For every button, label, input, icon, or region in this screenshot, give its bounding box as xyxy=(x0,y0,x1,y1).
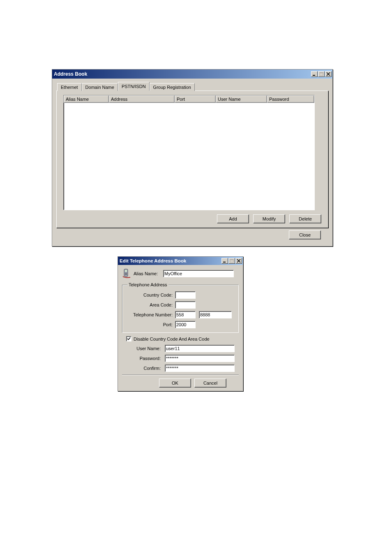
col-address[interactable]: Address xyxy=(109,95,175,103)
tab-strip: Ethernet Domain Name PSTN/ISDN Group Reg… xyxy=(57,83,328,91)
password-input[interactable] xyxy=(165,355,235,362)
telephone-number-label: Telephone Number: xyxy=(126,312,175,317)
country-code-input[interactable] xyxy=(175,291,196,299)
minimize-button[interactable] xyxy=(221,258,228,264)
cancel-button[interactable]: Cancel xyxy=(194,379,226,388)
tab-pstn-isdn[interactable]: PSTN/ISDN xyxy=(118,82,150,91)
modify-button[interactable]: Modify xyxy=(253,214,285,223)
address-book-window: Address Book Ethernet Domain Name PSTN/I… xyxy=(52,69,333,246)
username-label: User Name: xyxy=(122,346,165,351)
col-alias[interactable]: Alias Name xyxy=(64,95,109,103)
close-icon xyxy=(237,259,241,263)
window-title: Edit Telephone Address Book xyxy=(120,258,186,263)
ok-button[interactable]: OK xyxy=(159,379,191,388)
svg-rect-2 xyxy=(320,72,323,73)
country-code-label: Country Code: xyxy=(126,293,175,297)
phone-icon xyxy=(122,268,131,279)
separator xyxy=(122,374,239,375)
add-button[interactable]: Add xyxy=(217,214,249,223)
delete-button[interactable]: Delete xyxy=(289,214,321,223)
svg-rect-3 xyxy=(223,262,226,262)
close-icon xyxy=(326,72,330,76)
password-label: Password: xyxy=(122,356,165,361)
maximize-button xyxy=(228,258,235,264)
area-code-input[interactable] xyxy=(175,301,196,309)
confirm-label: Confirm: xyxy=(122,366,165,371)
disable-cc-label: Disable Country Code And Area Code xyxy=(134,337,210,341)
col-username[interactable]: User Name xyxy=(216,95,267,103)
telephone-prefix-input[interactable] xyxy=(175,311,196,318)
edit-telephone-window: Edit Telephone Address Book xyxy=(118,256,243,391)
minimize-button[interactable] xyxy=(311,71,318,77)
maximize-icon xyxy=(230,259,234,263)
svg-rect-5 xyxy=(230,259,233,260)
svg-rect-9 xyxy=(126,273,127,274)
area-code-label: Area Code: xyxy=(126,302,175,307)
titlebar[interactable]: Edit Telephone Address Book xyxy=(118,257,243,265)
svg-rect-8 xyxy=(125,273,126,274)
port-label: Port: xyxy=(126,322,175,327)
disable-cc-checkbox[interactable] xyxy=(126,336,131,341)
close-button[interactable] xyxy=(325,71,332,77)
maximize-icon xyxy=(319,72,323,76)
titlebar[interactable]: Address Book xyxy=(52,70,332,79)
alias-label: Alias Name: xyxy=(134,271,163,276)
col-password[interactable]: Password xyxy=(267,95,314,103)
check-icon xyxy=(127,337,131,341)
list-header: Alias Name Address Port User Name Passwo… xyxy=(64,95,314,103)
close-button[interactable] xyxy=(235,258,242,264)
telephone-address-group: Telephone Address Country Code: Area Cod… xyxy=(122,282,239,333)
col-port[interactable]: Port xyxy=(175,95,216,103)
telephone-number-input[interactable] xyxy=(199,311,232,318)
address-list[interactable]: Alias Name Address Port User Name Passwo… xyxy=(63,95,315,210)
tab-group-registration[interactable]: Group Registration xyxy=(150,83,195,91)
window-title: Address Book xyxy=(54,71,87,77)
port-input[interactable] xyxy=(175,321,196,328)
group-legend: Telephone Address xyxy=(127,282,168,287)
svg-rect-10 xyxy=(125,274,126,275)
maximize-button xyxy=(318,71,325,77)
minimize-icon xyxy=(223,259,227,263)
alias-input[interactable] xyxy=(163,270,234,277)
tab-domain-name[interactable]: Domain Name xyxy=(82,83,118,91)
svg-rect-7 xyxy=(125,270,127,272)
tab-panel: Alias Name Address Port User Name Passwo… xyxy=(56,91,328,228)
tab-ethernet[interactable]: Ethernet xyxy=(57,83,82,91)
svg-rect-11 xyxy=(126,274,127,275)
confirm-input[interactable] xyxy=(165,365,235,372)
svg-rect-0 xyxy=(313,75,315,76)
minimize-icon xyxy=(312,72,316,76)
close-button-main[interactable]: Close xyxy=(289,230,321,239)
username-input[interactable] xyxy=(165,345,235,352)
